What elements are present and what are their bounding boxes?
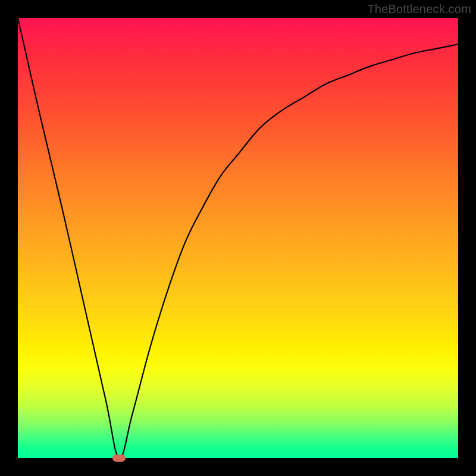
watermark-text: TheBottleneck.com bbox=[367, 2, 471, 16]
plot-area bbox=[18, 18, 458, 458]
bottleneck-curve bbox=[18, 18, 458, 458]
optimum-marker bbox=[112, 455, 126, 462]
chart-frame: TheBottleneck.com bbox=[0, 0, 476, 476]
